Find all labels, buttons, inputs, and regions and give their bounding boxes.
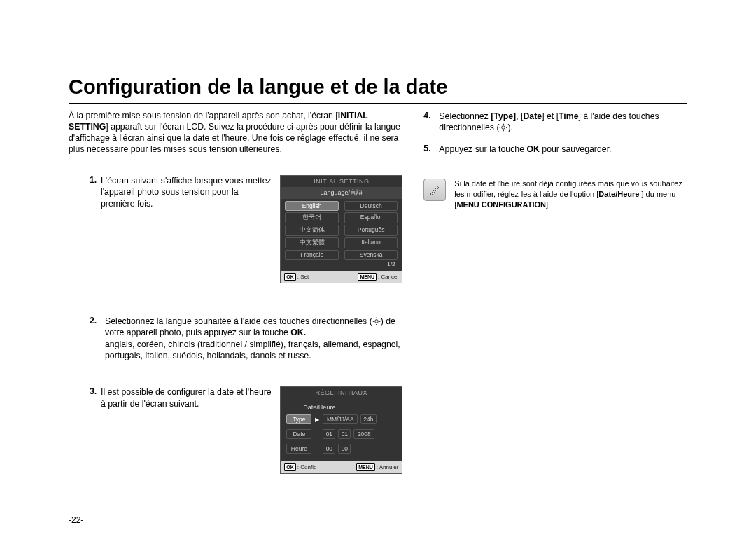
- step-4-text: Sélectionnez [Type], [Date] et [Time] à …: [439, 111, 687, 134]
- date-label[interactable]: Date: [286, 429, 312, 439]
- svg-marker-0: [376, 317, 377, 318]
- lcd-date-setting: RÉGL. INITIAUX Date/Heure Type ▶ MM/JJ/A…: [280, 386, 402, 474]
- date-type-label[interactable]: Type: [286, 414, 312, 424]
- language-option[interactable]: Deutsch: [344, 201, 398, 211]
- step-number: 4.: [424, 111, 435, 120]
- language-option[interactable]: Italiano: [344, 237, 398, 248]
- chevron-right-icon: ▶: [314, 416, 320, 423]
- lcd-subtitle: Language/言語: [281, 187, 402, 199]
- svg-marker-2: [372, 321, 374, 322]
- svg-marker-5: [503, 123, 504, 125]
- step-number: 2.: [90, 316, 101, 326]
- lcd-ok-hint: OK: Set: [284, 273, 309, 281]
- date-format-value[interactable]: MM/JJ/AA: [323, 414, 358, 424]
- lcd-subtitle: Date/Heure: [286, 402, 396, 414]
- note-text: Si la date et l'heure sont déjà configur…: [454, 178, 687, 210]
- date-value[interactable]: 01: [338, 429, 351, 439]
- step-3-text: Il est possible de configurer la date et…: [101, 386, 274, 410]
- time-label[interactable]: Heure: [286, 444, 312, 454]
- time-value[interactable]: 00: [323, 444, 335, 454]
- step-2-text: Sélectionnez la langue souhaitée à l'aid…: [105, 316, 402, 361]
- language-option[interactable]: 中文繁體: [285, 237, 339, 248]
- step-number: 3.: [90, 386, 101, 410]
- language-option[interactable]: 한국어: [285, 212, 339, 223]
- svg-point-9: [502, 126, 505, 130]
- language-option[interactable]: 中文简体: [285, 225, 339, 236]
- step-5-text: Appuyez sur la touche OK pour sauvegarde…: [439, 144, 687, 155]
- svg-marker-8: [506, 127, 507, 128]
- svg-marker-6: [503, 130, 504, 132]
- language-option[interactable]: English: [285, 201, 339, 211]
- svg-point-4: [374, 320, 378, 323]
- lcd-title: RÉGL. INITIAUX: [281, 387, 402, 398]
- date-value[interactable]: 2008: [354, 429, 374, 439]
- svg-marker-1: [376, 324, 377, 326]
- lcd-menu-hint: MENU: Cancel: [358, 273, 398, 281]
- lcd-initial-setting: INITIAL SETTING Language/言語 English Deut…: [280, 175, 402, 284]
- lcd-pager: 1/2: [285, 260, 398, 270]
- language-option[interactable]: Español: [344, 212, 398, 223]
- step-number: 5.: [424, 144, 435, 153]
- lcd-title: INITIAL SETTING: [281, 176, 402, 187]
- note-icon: [424, 178, 446, 201]
- page-title: Configuration de la langue et de la date: [69, 76, 687, 104]
- language-option[interactable]: Français: [285, 250, 339, 260]
- step-1-text: L'écran suivant s'affiche lorsque vous m…: [101, 175, 274, 209]
- dpad-icon: [499, 123, 507, 132]
- intro-text: À la première mise sous tension de l'app…: [69, 111, 402, 155]
- time-format-value[interactable]: 24h: [360, 414, 376, 424]
- svg-marker-7: [499, 127, 500, 128]
- dpad-icon: [372, 317, 381, 326]
- lcd-ok-hint: OK: Config: [284, 463, 316, 471]
- time-value[interactable]: 00: [338, 444, 351, 454]
- page-number: -22-: [69, 515, 83, 525]
- svg-marker-3: [379, 321, 381, 322]
- language-option[interactable]: Svenska: [344, 250, 398, 260]
- step-number: 1.: [90, 175, 101, 209]
- language-option[interactable]: Português: [344, 225, 398, 236]
- lcd-menu-hint: MENU: Annuler: [356, 463, 398, 471]
- date-value[interactable]: 01: [323, 429, 335, 439]
